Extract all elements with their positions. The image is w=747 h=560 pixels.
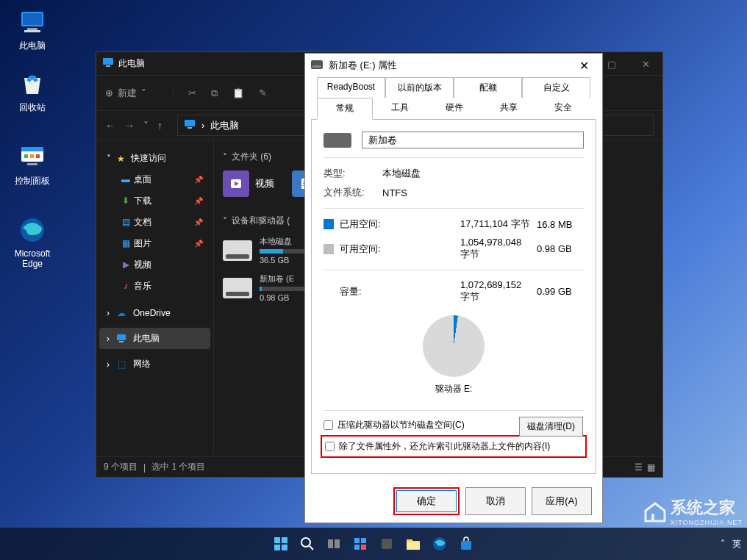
- forward-button[interactable]: →: [124, 120, 135, 132]
- breadcrumb[interactable]: 此电脑: [210, 119, 239, 132]
- sidebar-item-pictures[interactable]: ▦ 图片📌: [99, 233, 210, 254]
- close-button[interactable]: ✕: [572, 59, 596, 73]
- control-panel-icon: [17, 141, 48, 172]
- tab-readyboost[interactable]: ReadyBoost: [317, 77, 385, 98]
- sidebar-item-documents[interactable]: ▤ 文档📌: [99, 212, 210, 233]
- explorer-taskbar[interactable]: [403, 534, 423, 554]
- svg-line-32: [310, 546, 313, 550]
- svg-rect-27: [274, 537, 280, 543]
- desktop-icon-recycle[interactable]: 回收站: [6, 68, 59, 114]
- type-value: 本地磁盘: [382, 167, 421, 180]
- dialog-title: 新加卷 (E:) 属性: [329, 59, 397, 72]
- close-button[interactable]: ✕: [629, 52, 662, 76]
- explorer-title: 此电脑: [118, 57, 145, 70]
- svg-rect-13: [185, 120, 195, 126]
- usage-pie-chart: [423, 315, 485, 377]
- index-checkbox[interactable]: 除了文件属性外，还允许索引此驱动器上文件的内容(I): [325, 438, 582, 455]
- store-taskbar[interactable]: [456, 534, 476, 554]
- used-swatch: [324, 219, 334, 229]
- svg-rect-12: [106, 65, 110, 67]
- recycle-icon: [17, 68, 48, 98]
- svg-rect-37: [354, 545, 360, 550]
- search-button[interactable]: [297, 534, 318, 554]
- sidebar-item-videos[interactable]: ▶ 视频: [99, 254, 210, 276]
- filesystem-value: NTFS: [382, 187, 407, 198]
- rename-icon[interactable]: ✎: [259, 87, 267, 99]
- tab-sharing[interactable]: 共享: [482, 98, 536, 120]
- tab-tools[interactable]: 工具: [373, 98, 427, 120]
- start-button[interactable]: [271, 534, 291, 554]
- disk-cleanup-button[interactable]: 磁盘清理(D): [519, 417, 583, 437]
- taskbar: ˄ 英: [0, 528, 747, 560]
- desktop-icon-ctrlpanel[interactable]: 控制面板: [6, 141, 59, 187]
- sidebar-thispc[interactable]: ›此电脑: [99, 328, 210, 349]
- properties-dialog: 新加卷 (E:) 属性 ✕ ReadyBoost 以前的版本 配额 自定义 常规…: [304, 53, 603, 523]
- svg-rect-24: [311, 60, 323, 69]
- tab-general[interactable]: 常规: [317, 98, 373, 120]
- ok-button[interactable]: 确定: [396, 490, 457, 512]
- sidebar-item-music[interactable]: ♪ 音乐: [99, 276, 210, 297]
- back-button[interactable]: ←: [105, 120, 115, 132]
- svg-rect-42: [461, 541, 471, 550]
- sidebar-item-downloads[interactable]: ⬇ 下载📌: [99, 190, 210, 212]
- sidebar-quick-access[interactable]: ˅★快速访问: [99, 148, 210, 169]
- copy-icon[interactable]: ⧉: [211, 87, 218, 99]
- view-grid-icon[interactable]: ▦: [647, 462, 655, 473]
- status-selection: 选中 1 个项目: [151, 461, 205, 473]
- recent-button[interactable]: ˅: [143, 120, 149, 132]
- watermark: 系统之家XITONGZHIJIA.NET: [643, 497, 743, 526]
- tab-quota[interactable]: 配额: [454, 77, 522, 98]
- pc-icon: [17, 6, 48, 37]
- up-button[interactable]: ↑: [157, 120, 162, 132]
- svg-rect-11: [103, 58, 113, 65]
- desktop-icon-label: 回收站: [6, 101, 59, 114]
- svg-rect-14: [187, 127, 192, 129]
- paste-icon[interactable]: 📋: [232, 87, 244, 99]
- pc-icon: [184, 118, 196, 132]
- svg-rect-9: [27, 163, 37, 165]
- sidebar-onedrive[interactable]: ›☁OneDrive: [99, 303, 210, 323]
- svg-rect-36: [361, 538, 366, 543]
- widgets-button[interactable]: [350, 534, 371, 554]
- new-button[interactable]: ⊕ 新建 ˅: [105, 87, 146, 100]
- svg-point-31: [301, 538, 310, 547]
- dialog-buttons: 确定 取消 应用(A): [305, 480, 602, 523]
- tab-previous-versions[interactable]: 以前的版本: [385, 77, 454, 98]
- cancel-button[interactable]: 取消: [465, 487, 526, 515]
- free-label: 可用空间:: [340, 243, 396, 256]
- view-list-icon[interactable]: ☰: [635, 462, 643, 473]
- svg-rect-16: [119, 341, 124, 342]
- used-size: 16.8 MB: [537, 219, 584, 230]
- desktop-icon-label: Microsoft Edge: [6, 248, 59, 269]
- used-bytes: 17,711,104 字节: [401, 218, 531, 231]
- svg-rect-6: [24, 154, 28, 158]
- edge-taskbar[interactable]: [429, 534, 450, 554]
- pc-icon: [102, 57, 114, 71]
- volume-name-input[interactable]: [362, 132, 584, 148]
- desktop-icon-edge[interactable]: Microsoft Edge: [6, 215, 59, 269]
- used-label: 已用空间:: [340, 218, 396, 231]
- dialog-titlebar: 新加卷 (E:) 属性 ✕: [305, 54, 602, 77]
- desktop-icon-label: 此电脑: [6, 40, 59, 52]
- drive-icon: [223, 240, 252, 261]
- desktop-icon-thispc[interactable]: 此电脑: [6, 6, 59, 52]
- svg-rect-7: [30, 154, 34, 158]
- sidebar-network[interactable]: ›⬚网络: [99, 353, 210, 375]
- taskbar-app[interactable]: [376, 534, 397, 554]
- tab-hardware[interactable]: 硬件: [427, 98, 482, 120]
- tab-security[interactable]: 安全: [536, 98, 590, 120]
- status-count: 9 个项目: [104, 461, 137, 473]
- folder-videos[interactable]: 视频: [223, 170, 274, 197]
- apply-button[interactable]: 应用(A): [532, 487, 592, 515]
- tray-chevron[interactable]: ˄: [721, 539, 725, 549]
- explorer-sidebar: ˅★快速访问 ▬ 桌面📌 ⬇ 下载📌 ▤ 文档📌 ▦ 图片📌 ▶ 视频 ♪ 音乐…: [96, 140, 214, 455]
- free-bytes: 1,054,978,048 字节: [401, 237, 531, 261]
- taskview-button[interactable]: [324, 534, 344, 554]
- tab-customize[interactable]: 自定义: [522, 77, 590, 98]
- filesystem-label: 文件系统:: [324, 186, 382, 199]
- cut-icon[interactable]: ✂: [188, 87, 196, 99]
- ime-indicator[interactable]: 英: [732, 538, 741, 550]
- svg-rect-29: [274, 545, 280, 550]
- sidebar-item-desktop[interactable]: ▬ 桌面📌: [99, 169, 210, 190]
- drive-label: 驱动器 E:: [324, 383, 584, 395]
